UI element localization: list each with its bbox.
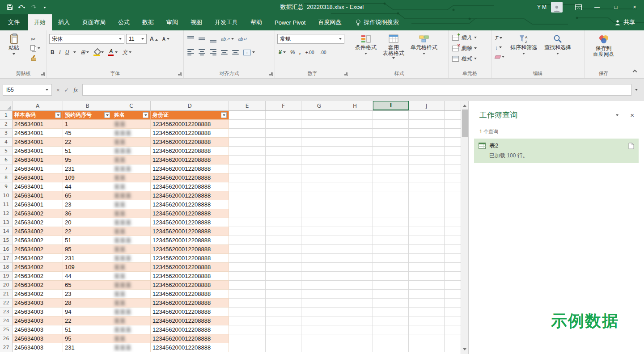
cell[interactable]: [266, 334, 301, 343]
cell[interactable]: 123456200012208888: [151, 182, 229, 191]
cell[interactable]: 245634003: [13, 299, 63, 308]
cell[interactable]: [409, 200, 445, 209]
cell[interactable]: [409, 156, 445, 164]
align-right-button[interactable]: [208, 48, 218, 57]
cell[interactable]: 94: [63, 308, 112, 316]
cell[interactable]: [229, 254, 266, 263]
cell[interactable]: [337, 200, 373, 209]
cell[interactable]: [301, 218, 337, 227]
currency-format-button[interactable]: ¥: [277, 48, 287, 57]
cell[interactable]: 123456200012208888: [151, 325, 229, 334]
name-box[interactable]: I55: [3, 84, 52, 96]
cell[interactable]: [337, 254, 373, 263]
formula-input[interactable]: [82, 84, 631, 96]
italic-button[interactable]: I: [58, 48, 62, 57]
pane-close-button[interactable]: ×: [630, 111, 634, 119]
cell[interactable]: 23: [63, 200, 112, 209]
phonetic-button[interactable]: 文: [121, 48, 133, 57]
cell[interactable]: [229, 209, 266, 218]
row-header[interactable]: 5: [0, 147, 13, 156]
query-item[interactable]: 表2 已加载 100 行。: [474, 139, 639, 163]
cell[interactable]: 95: [63, 156, 112, 164]
vertical-scrollbar[interactable]: [461, 101, 468, 354]
cell[interactable]: [337, 308, 373, 316]
filter-button[interactable]: [104, 112, 110, 118]
cell[interactable]: 51: [63, 236, 112, 245]
font-color-button[interactable]: A: [107, 48, 119, 57]
cell[interactable]: 123456200012208888: [151, 173, 229, 182]
row-header[interactable]: 27: [0, 343, 13, 352]
cell[interactable]: 某某: [112, 156, 151, 164]
cell[interactable]: [373, 173, 409, 182]
cell[interactable]: 95: [63, 334, 112, 343]
cell[interactable]: 109: [63, 173, 112, 182]
formula-bar-expand-button[interactable]: [631, 88, 641, 92]
cell[interactable]: [373, 263, 409, 272]
orientation-button[interactable]: ab↗: [220, 35, 235, 43]
cell[interactable]: [229, 156, 266, 164]
row-header[interactable]: 24: [0, 316, 13, 325]
cell[interactable]: 245634002: [13, 218, 63, 227]
cell[interactable]: 245634001: [13, 182, 63, 191]
cell[interactable]: 某某某: [112, 308, 151, 316]
number-dialog-launcher[interactable]: [344, 72, 348, 76]
cell[interactable]: [229, 200, 266, 209]
cell[interactable]: 1: [63, 120, 112, 129]
cell[interactable]: [373, 156, 409, 164]
cell[interactable]: 某某某: [112, 236, 151, 245]
cell[interactable]: 123456200012208888: [151, 254, 229, 263]
cell[interactable]: [301, 290, 337, 299]
cell[interactable]: [266, 325, 301, 334]
cell[interactable]: [373, 334, 409, 343]
cell[interactable]: 245634002: [13, 209, 63, 218]
merge-center-button[interactable]: ↔: [242, 48, 256, 57]
cell[interactable]: 某某某: [112, 191, 151, 200]
column-header-E[interactable]: E: [229, 101, 266, 110]
cell[interactable]: [409, 272, 445, 281]
number-format-combo[interactable]: 常规: [277, 34, 344, 44]
decrease-indent-button[interactable]: [220, 48, 229, 57]
tell-me-box[interactable]: 操作说明搜索: [356, 14, 398, 30]
cell[interactable]: [409, 325, 445, 334]
cell[interactable]: 45: [63, 129, 112, 138]
column-header-G[interactable]: G: [301, 101, 337, 110]
cell[interactable]: [229, 164, 266, 173]
cell[interactable]: [373, 308, 409, 316]
cell[interactable]: 123456200012208888: [151, 200, 229, 209]
cell[interactable]: [266, 111, 301, 120]
cell[interactable]: 245634002: [13, 227, 63, 236]
cell[interactable]: [266, 156, 301, 164]
cell[interactable]: [266, 218, 301, 227]
cell[interactable]: 某某: [112, 120, 151, 129]
cell[interactable]: [301, 173, 337, 182]
cell[interactable]: 245634002: [13, 263, 63, 272]
underline-button[interactable]: U: [64, 48, 71, 57]
tab-帮助[interactable]: 帮助: [244, 14, 268, 30]
save-to-baidu-button[interactable]: 保存到 百度网盘: [590, 33, 617, 69]
cell[interactable]: [301, 120, 337, 129]
cell[interactable]: 65: [63, 281, 112, 290]
cell[interactable]: [409, 173, 445, 182]
filter-button[interactable]: [221, 112, 227, 118]
cell[interactable]: 123456200012208888: [151, 138, 229, 147]
tab-审阅[interactable]: 审阅: [160, 14, 184, 30]
cell[interactable]: 某某某: [112, 343, 151, 352]
row-header[interactable]: 17: [0, 254, 13, 263]
cell[interactable]: [229, 147, 266, 156]
cell[interactable]: [266, 200, 301, 209]
table-header-cell[interactable]: 姓名: [112, 111, 151, 120]
cell[interactable]: [337, 245, 373, 254]
cell[interactable]: [409, 111, 445, 120]
row-header[interactable]: 7: [0, 164, 13, 173]
cell[interactable]: 某某: [112, 290, 151, 299]
row-header[interactable]: 16: [0, 245, 13, 254]
cell[interactable]: [409, 299, 445, 308]
cell[interactable]: 95: [63, 245, 112, 254]
cell[interactable]: 51: [63, 147, 112, 156]
cell[interactable]: 245634001: [13, 173, 63, 182]
cell[interactable]: 245634003: [13, 325, 63, 334]
alignment-dialog-launcher[interactable]: [269, 72, 273, 76]
cell[interactable]: [266, 138, 301, 147]
cell[interactable]: [301, 227, 337, 236]
row-header[interactable]: 19: [0, 272, 13, 281]
